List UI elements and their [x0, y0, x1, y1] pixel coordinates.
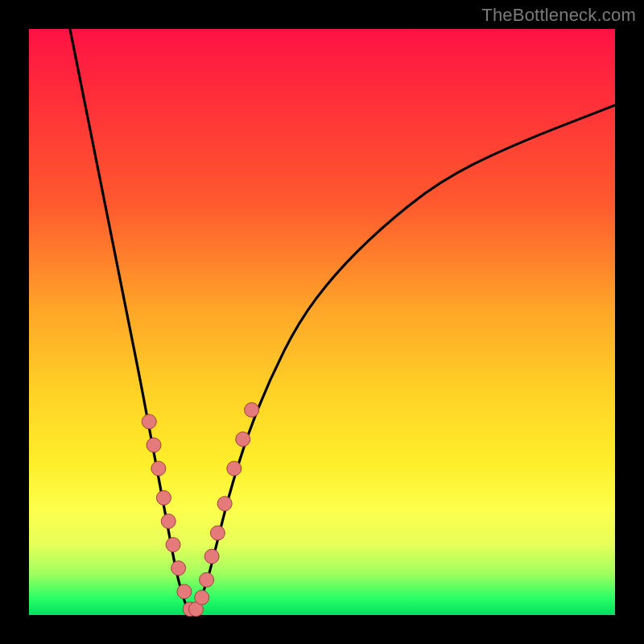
data-marker	[236, 432, 250, 447]
data-marker	[177, 584, 192, 599]
chart-frame: TheBottleneck.com	[0, 0, 644, 644]
marker-group	[142, 402, 258, 617]
bottleneck-curve-left	[70, 29, 193, 615]
data-marker	[227, 461, 242, 476]
data-marker	[161, 514, 175, 529]
data-marker	[147, 438, 161, 452]
watermark-text: TheBottleneck.com	[481, 5, 636, 26]
plot-area	[29, 29, 615, 615]
data-marker	[171, 561, 186, 576]
data-marker	[166, 538, 180, 552]
curve-layer	[29, 29, 615, 615]
data-marker	[195, 590, 209, 605]
data-marker	[200, 572, 214, 587]
bottleneck-curve-right	[193, 105, 615, 615]
data-marker	[204, 549, 219, 564]
data-marker	[217, 497, 232, 511]
data-marker	[142, 415, 156, 429]
data-marker	[156, 490, 171, 505]
data-marker	[151, 461, 166, 476]
data-marker	[210, 526, 225, 540]
data-marker	[245, 402, 259, 417]
